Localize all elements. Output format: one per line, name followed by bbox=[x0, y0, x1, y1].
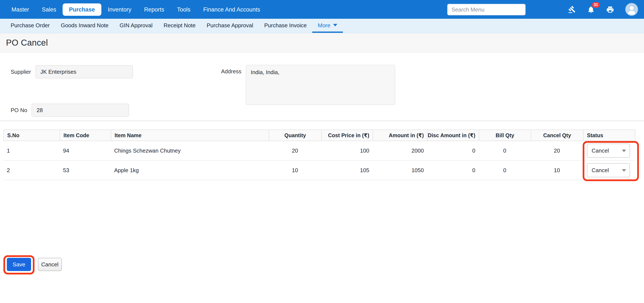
chevron-down-icon bbox=[622, 149, 626, 152]
status-select-value: Cancel bbox=[592, 167, 609, 173]
subnav-item-receipt-note[interactable]: Receipt Note bbox=[158, 19, 201, 33]
app-root: Master Sales Purchase Inventory Reports … bbox=[0, 0, 644, 303]
cell-cancel-qty: 10 bbox=[531, 161, 583, 180]
nav-item-purchase[interactable]: Purchase bbox=[62, 3, 101, 16]
address-label: Address bbox=[221, 65, 241, 75]
table-header-row: S.No Item Code Item Name Quantity Cost P… bbox=[4, 130, 636, 141]
cell-cost-price: 105 bbox=[321, 161, 373, 180]
column-header-quantity: Quantity bbox=[269, 130, 322, 141]
printer-icon[interactable] bbox=[606, 5, 614, 14]
cell-disc-amount: 0 bbox=[427, 141, 479, 160]
chevron-down-icon bbox=[333, 24, 337, 27]
status-select[interactable]: Cancel bbox=[587, 144, 630, 158]
cell-item-code: 94 bbox=[60, 141, 111, 160]
nav-item-tools[interactable]: Tools bbox=[170, 3, 197, 16]
nav-item-inventory[interactable]: Inventory bbox=[101, 3, 138, 16]
nav-item-master[interactable]: Master bbox=[5, 3, 36, 16]
search-input[interactable] bbox=[447, 4, 526, 15]
cell-status: Cancel bbox=[583, 161, 636, 180]
address-textarea[interactable]: India, India, bbox=[246, 65, 395, 105]
page-title: PO Cancel bbox=[6, 38, 48, 48]
subnav-item-purchase-approval[interactable]: Purchase Approval bbox=[201, 19, 259, 33]
cell-amount: 2000 bbox=[373, 141, 427, 160]
column-header-cancel-qty: Cancel Qty bbox=[531, 130, 584, 141]
po-items-table: S.No Item Code Item Name Quantity Cost P… bbox=[4, 130, 636, 180]
cell-quantity: 20 bbox=[269, 141, 321, 160]
nav-item-sales[interactable]: Sales bbox=[36, 3, 63, 16]
po-no-field-group: PO No bbox=[11, 104, 129, 117]
cell-item-code: 53 bbox=[60, 161, 111, 180]
status-select-value: Cancel bbox=[592, 147, 609, 154]
main-menu: Master Sales Purchase Inventory Reports … bbox=[5, 0, 267, 19]
table-row: 1 94 Chings Schezwan Chutney 20 100 2000… bbox=[4, 141, 636, 161]
purchase-subnav: Purchase Order Goods Inward Note GIN App… bbox=[0, 19, 644, 33]
bell-icon[interactable]: 31 bbox=[587, 5, 595, 14]
save-button[interactable]: Save bbox=[7, 258, 31, 271]
column-header-disc-amount: Disc Amount in (₹) bbox=[428, 130, 479, 141]
supplier-label: Supplier bbox=[11, 65, 31, 78]
chevron-down-icon bbox=[622, 169, 626, 172]
cell-amount: 1050 bbox=[373, 161, 427, 180]
nav-item-reports[interactable]: Reports bbox=[138, 3, 171, 16]
gavel-icon[interactable] bbox=[568, 6, 576, 13]
column-header-bill-qty: Bill Qty bbox=[479, 130, 531, 141]
cell-sno: 1 bbox=[4, 141, 60, 160]
top-navbar: Master Sales Purchase Inventory Reports … bbox=[0, 0, 644, 19]
table-row: 2 53 Apple 1kg 10 105 1050 0 0 10 Cancel bbox=[4, 161, 636, 180]
subnav-item-purchase-order[interactable]: Purchase Order bbox=[5, 19, 55, 33]
subnav-item-purchase-invoice[interactable]: Purchase Invoice bbox=[259, 19, 312, 33]
column-header-item-name: Item Name bbox=[111, 130, 269, 141]
po-no-label: PO No bbox=[11, 104, 27, 117]
cell-cost-price: 100 bbox=[321, 141, 373, 160]
cell-item-name: Apple 1kg bbox=[111, 161, 269, 180]
notification-badge: 31 bbox=[592, 2, 600, 8]
column-header-sno: S.No bbox=[4, 130, 60, 141]
section-divider bbox=[0, 121, 644, 121]
cell-bill-qty: 0 bbox=[479, 141, 531, 160]
address-field-group: Address India, India, bbox=[221, 65, 395, 105]
subnav-item-more[interactable]: More bbox=[312, 19, 343, 33]
cell-disc-amount: 0 bbox=[427, 161, 479, 180]
po-no-input[interactable] bbox=[32, 104, 129, 117]
navbar-right: 31 bbox=[447, 3, 638, 16]
supplier-field-group: Supplier bbox=[11, 65, 133, 78]
supplier-input[interactable] bbox=[35, 65, 133, 78]
column-header-cost-price: Cost Price in (₹) bbox=[322, 130, 373, 141]
cell-bill-qty: 0 bbox=[479, 161, 531, 180]
page-title-bar: PO Cancel bbox=[0, 33, 644, 53]
cell-item-name: Chings Schezwan Chutney bbox=[111, 141, 269, 160]
subnav-item-goods-inward-note[interactable]: Goods Inward Note bbox=[55, 19, 114, 33]
cell-quantity: 10 bbox=[269, 161, 321, 180]
cell-cancel-qty: 20 bbox=[531, 141, 583, 160]
avatar[interactable] bbox=[625, 3, 638, 16]
more-label: More bbox=[318, 22, 330, 28]
column-header-amount: Amount in (₹) bbox=[373, 130, 428, 141]
nav-item-finance-and-accounts[interactable]: Finance And Accounts bbox=[197, 3, 266, 16]
column-header-item-code: Item Code bbox=[60, 130, 111, 141]
column-header-status: Status bbox=[584, 130, 636, 141]
subnav-item-gin-approval[interactable]: GIN Approval bbox=[114, 19, 158, 33]
status-select[interactable]: Cancel bbox=[587, 163, 630, 177]
cell-sno: 2 bbox=[4, 161, 60, 180]
cancel-button[interactable]: Cancel bbox=[38, 258, 62, 271]
cell-status: Cancel bbox=[583, 141, 636, 160]
